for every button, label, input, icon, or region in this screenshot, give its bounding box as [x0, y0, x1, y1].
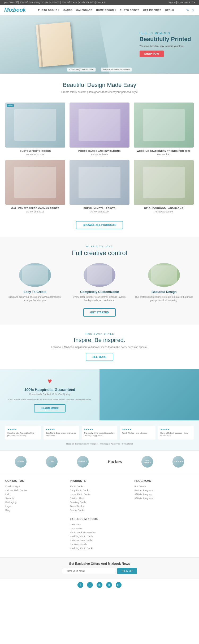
- footer-explore-7[interactable]: Wedding Photo Books: [70, 547, 129, 550]
- product-card-2[interactable]: PHOTO CARDS AND INVITATIONS As low as $0…: [70, 103, 129, 156]
- feature-design: Beautiful Design Our professional design…: [135, 263, 194, 302]
- newsletter-title: Get Exclusive Offers And Mixbook News: [5, 562, 194, 566]
- search-icon[interactable]: 🔍: [186, 9, 189, 11]
- inspire-tag: FIND YOUR STYLE: [5, 332, 194, 335]
- inspire-section: FIND YOUR STYLE Inspire. Be inspired. Fo…: [0, 325, 199, 369]
- footer-explore-2[interactable]: Companies: [70, 527, 129, 530]
- hero-book-visual: [36, 22, 74, 67]
- footer-contact-4[interactable]: Security: [5, 497, 64, 500]
- nav-photo-books[interactable]: PHOTO BOOKS ▾: [38, 9, 59, 11]
- guarantee-subtitle: Consistently Ranked #1 for Our Quality: [29, 393, 70, 396]
- press-section: TODAY TIME PEOPLE Forbes Real Simple The…: [0, 450, 199, 473]
- footer-programs-1[interactable]: For Brands: [135, 485, 194, 488]
- product-title-4: GALLERY WRAPPED CANVAS PRINTS: [5, 207, 65, 210]
- press-forbes: Forbes: [108, 459, 122, 464]
- footer-products-3[interactable]: Home Photo Books: [70, 493, 129, 496]
- product-card-3[interactable]: WEDDING STATIONERY TRENDS FOR 2020 Get I…: [134, 103, 194, 156]
- product-card-5[interactable]: PREMIUM METAL PRINTS As low as $29.99: [70, 160, 129, 213]
- product-card-1[interactable]: NEW CUSTOM PHOTO BOOKS As low as $14.99: [5, 103, 65, 156]
- footer-contact-title: CONTACT US: [5, 479, 64, 482]
- creative-title: Full creative control: [5, 249, 194, 257]
- footer-programs-3[interactable]: Affiliate Program: [135, 493, 194, 496]
- hero-title: Beautifully Printed: [140, 36, 191, 43]
- top-bar: Up to 50% Off | 40% Off Everything | Cod…: [0, 0, 199, 5]
- nav-right: 🔍 🛒: [186, 9, 195, 11]
- hero-badge-2: 100% Happiness Guarantee: [101, 68, 132, 72]
- footer-contact-3[interactable]: Help: [5, 493, 64, 496]
- features-grid: Easy To Create Drag and drop your photos…: [5, 263, 194, 302]
- product-title-6: NEIGHBORHOOD LANDMARKS: [134, 207, 194, 210]
- feature-desc-custom: Every detail is under your control. Chan…: [70, 295, 129, 302]
- newsletter-signup-button[interactable]: SIGN UP: [117, 568, 137, 574]
- nav-photo-prints[interactable]: PHOTO PRINTS: [120, 9, 139, 11]
- twitter-icon[interactable]: t: [87, 582, 93, 588]
- reviews-source: Read all 4 reviews on ★ Trustpilot | ★ S…: [5, 443, 194, 445]
- cart-icon[interactable]: 🛒: [192, 9, 195, 11]
- nav-get-inspired[interactable]: GET INSPIRED: [143, 9, 162, 11]
- guarantee-description: If you are not 100% satisfied with your …: [8, 398, 92, 401]
- product-price-4: As low as $49.99: [5, 210, 65, 213]
- footer-social: f t in p g+: [0, 579, 199, 591]
- footer-products-2[interactable]: Baby Photo Books: [70, 489, 129, 492]
- nav-home-decor[interactable]: HOME DECOR ▾: [96, 9, 116, 11]
- account-links[interactable]: Sign In | My Account | Cart: [168, 1, 196, 4]
- nav-deals[interactable]: DEALS: [165, 9, 174, 11]
- review-4: ★★★★★ Family Photos. I love Mixbook!: [120, 426, 155, 439]
- footer-products-6[interactable]: Travel Books: [70, 505, 129, 508]
- hero-section: PERFECT MOMENTS Beautifully Printed The …: [0, 15, 199, 74]
- nav-calendars[interactable]: CALENDARS: [76, 9, 92, 11]
- see-more-button[interactable]: SEE MORE: [86, 353, 114, 361]
- footer-contact-2[interactable]: visit our Help Center: [5, 489, 64, 492]
- get-started-button[interactable]: GET STARTED: [83, 308, 116, 317]
- hero-book-image: [0, 15, 110, 74]
- footer-explore-5[interactable]: Save the Date Cards: [70, 539, 129, 542]
- product-card-4[interactable]: GALLERY WRAPPED CANVAS PRINTS As low as …: [5, 160, 65, 213]
- footer-programs-2[interactable]: Partner Programs: [135, 489, 194, 492]
- site-logo[interactable]: Mixbook: [4, 7, 26, 13]
- product-img-3: [134, 103, 194, 148]
- review-text-4: Family Photos. I love Mixbook!: [122, 432, 153, 434]
- footer-products-5[interactable]: Greeting Cards: [70, 501, 129, 504]
- press-time: TIME: [46, 456, 58, 468]
- review-stars-1: ★★★★★: [7, 428, 39, 431]
- hero-cta-button[interactable]: SHOP NOW: [140, 51, 164, 57]
- review-stars-2: ★★★★★: [46, 428, 77, 431]
- footer-explore-title: EXPLORE MIXBOOK: [70, 518, 129, 521]
- footer-explore-3[interactable]: Photo Book Accessories: [70, 531, 129, 534]
- feature-custom: Completely Customizable Every detail is …: [70, 263, 129, 302]
- footer-products-7[interactable]: School Books: [70, 509, 129, 512]
- pinterest-icon[interactable]: p: [106, 582, 112, 588]
- hero-badge-1: Completely Customizable: [67, 68, 96, 72]
- feature-img-custom: [84, 263, 115, 287]
- footer-explore-1[interactable]: Calendars: [70, 523, 129, 526]
- browse-all-button[interactable]: BROWSE ALL PRODUCTS: [76, 221, 123, 229]
- newsletter-section: Get Exclusive Offers And Mixbook News SI…: [0, 557, 199, 579]
- product-card-6[interactable]: NEIGHBORHOOD LANDMARKS As low as $29.99: [134, 160, 194, 213]
- footer-products-1[interactable]: Photo Books: [70, 485, 129, 488]
- feature-easy: Easy To Create Drag and drop your photos…: [5, 263, 64, 302]
- facebook-icon[interactable]: f: [77, 582, 83, 588]
- press-people: PEOPLE: [77, 456, 89, 468]
- feature-title-easy: Easy To Create: [5, 290, 64, 294]
- footer-products-col: PRODUCTS Photo Books Baby Photo Books Ho…: [70, 479, 129, 551]
- feature-img-easy: [19, 263, 51, 287]
- nav-cards[interactable]: CARDS: [63, 9, 73, 11]
- product-img-6: [134, 160, 194, 205]
- footer-contact-1[interactable]: Email us right: [5, 485, 64, 488]
- product-img-5: [70, 160, 129, 205]
- footer-programs-col: Programs For Brands Partner Programs Aff…: [135, 479, 194, 551]
- footer-contact-7[interactable]: Blog: [5, 509, 64, 512]
- creative-section: WHAT'S TO LOVE Full creative control Eas…: [0, 237, 199, 325]
- footer-contact-6[interactable]: Legal: [5, 505, 64, 508]
- footer-programs-4[interactable]: Affiliate Programs: [135, 497, 194, 500]
- footer-links: CONTACT US Email us right visit our Help…: [0, 473, 199, 557]
- footer-contact-5[interactable]: Packaging: [5, 501, 64, 504]
- learn-more-button[interactable]: LEARN MORE: [34, 404, 66, 412]
- feature-desc-easy: Drag and drop your photos and we'll auto…: [5, 295, 64, 302]
- footer-explore-4[interactable]: Wedding Photo Cards: [70, 535, 129, 538]
- google-plus-icon[interactable]: g+: [116, 582, 122, 588]
- footer-explore-6[interactable]: Bar/Bat Mitzvah: [70, 543, 129, 546]
- instagram-icon[interactable]: in: [97, 582, 102, 588]
- newsletter-email-input[interactable]: [62, 568, 115, 574]
- footer-products-4[interactable]: Custom Photo: [70, 497, 129, 500]
